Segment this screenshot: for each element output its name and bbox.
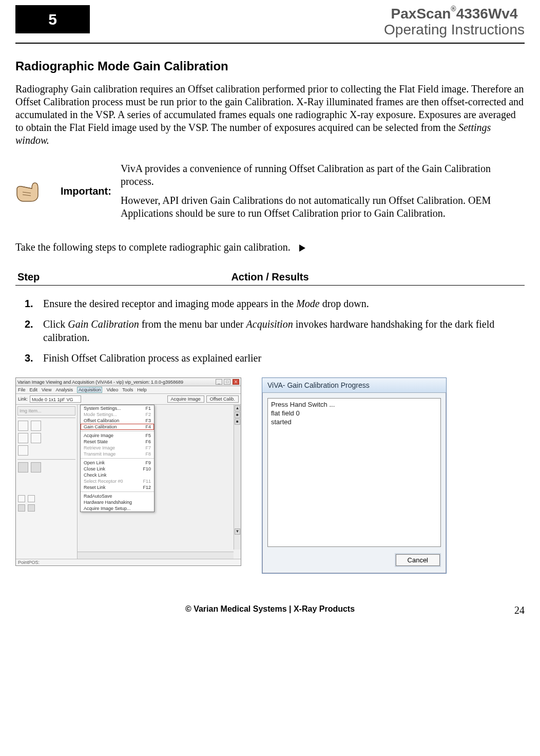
menu-item-help[interactable]: Help (137, 387, 147, 392)
page-footer: © Varian Medical Systems | X-Ray Product… (15, 604, 525, 614)
menu-item[interactable]: Acquire Image Setup... (81, 505, 154, 512)
step-number: 1. (25, 297, 43, 310)
menu-item-video[interactable]: Video (106, 387, 118, 392)
brand-subtitle: Operating Instructions (384, 22, 525, 38)
scroll-down-icon[interactable]: ▼ (235, 528, 240, 535)
acquisition-menu-dropdown[interactable]: System Settings...F1Mode Settings...F2Of… (80, 405, 155, 512)
acquire-image-button[interactable]: Acquire Image (167, 395, 204, 403)
img-item-button[interactable]: Img Item... (17, 406, 75, 415)
menu-item[interactable]: System Settings...F1 (81, 405, 154, 411)
cancel-button[interactable]: Cancel (396, 554, 440, 566)
brand-product: PaxScan (391, 6, 451, 22)
step-item: 2.Click Gain Calibration from the menu b… (25, 317, 525, 344)
viva-titlebar: Varian Image Viewing and Acquisition (Vi… (16, 378, 241, 386)
gain-calibration-dialog: ViVA- Gain Calibration Progress Press Ha… (262, 377, 447, 574)
vertical-scrollbar[interactable]: ▲ ■ ■ ▼ (234, 405, 241, 550)
intro-text: Radiography Gain calibration requires an… (15, 83, 524, 133)
scroll-stop-icon[interactable]: ■ (235, 412, 240, 418)
menu-item-view[interactable]: View (42, 387, 51, 392)
tool-icon[interactable] (18, 445, 28, 456)
step-number: 2. (25, 317, 43, 344)
minimize-icon[interactable]: _ (216, 379, 222, 385)
menu-item[interactable]: Close LinkF10 (81, 466, 154, 472)
chapter-number: 5 (15, 5, 90, 33)
brand-block: PaxScan®4336Wv4 Operating Instructions (384, 6, 525, 38)
screenshots-row: Varian Image Viewing and Acquisition (Vi… (15, 377, 525, 574)
step-table-header: Step Action / Results (15, 271, 525, 286)
viva-app-screenshot: Varian Image Viewing and Acquisition (Vi… (15, 377, 241, 566)
menu-item[interactable]: Reset LinkF12 (81, 484, 154, 490)
menu-item[interactable]: Reset StateF6 (81, 439, 154, 445)
menu-item[interactable]: Open LinkF9 (81, 460, 154, 466)
menu-item: Select Receptor #0F11 (81, 478, 154, 484)
tool-icon[interactable] (31, 433, 41, 443)
menu-item[interactable]: Acquire ImageF5 (81, 432, 154, 439)
maximize-icon[interactable]: □ (224, 379, 230, 385)
slider-field[interactable] (43, 421, 72, 428)
scroll-up-icon[interactable]: ▲ (235, 405, 240, 411)
menu-item: Retrieve ImageF7 (81, 445, 154, 451)
lead-text: Take the following steps to complete rad… (15, 241, 291, 253)
horizontal-scrollbar[interactable] (78, 552, 234, 559)
menu-item[interactable]: Offset CalibrationF3 (81, 418, 154, 424)
menu-item-edit[interactable]: Edit (30, 387, 38, 392)
step-number: 3. (25, 351, 43, 365)
menu-item-tools[interactable]: Tools (122, 387, 133, 392)
scroll-stop-icon[interactable]: ■ (235, 419, 240, 425)
page-number: 24 (514, 604, 525, 616)
tool-icon[interactable] (18, 462, 28, 472)
menu-item[interactable]: RadAutoSave (81, 493, 154, 499)
step-item: 1.Ensure the desired receptor and imagin… (25, 297, 525, 310)
step-item: 3.Finish Offset Calibration process as e… (25, 351, 525, 365)
important-p2: However, API driven Gain Calibrations do… (121, 194, 525, 220)
viva-side-panel: Img Item... (16, 405, 78, 559)
step-text: Finish Offset Calibration process as exp… (43, 351, 525, 365)
tool-icon[interactable] (18, 421, 28, 431)
intro-paragraph: Radiography Gain calibration requires an… (15, 83, 525, 147)
menu-item: Transmit ImageF8 (81, 451, 154, 457)
close-icon[interactable]: X (233, 379, 239, 385)
registered-icon: ® (451, 5, 456, 13)
tool-icon[interactable] (31, 462, 41, 472)
lead-line: Take the following steps to complete rad… (15, 241, 525, 253)
viva-toolbar: Link: Mode 0 1x1 1pF VG Acquire Image Of… (16, 394, 241, 405)
dialog-title: ViVA- Gain Calibration Progress (262, 378, 446, 393)
tool-icon[interactable] (18, 433, 28, 443)
important-label: Important: (61, 162, 111, 197)
action-col-header: Action / Results (17, 271, 523, 283)
hand-point-icon (15, 162, 51, 206)
tool-icon[interactable] (28, 504, 35, 512)
viva-menubar[interactable]: FileEditViewAnalysisAcquisitionVideoTool… (16, 386, 241, 394)
viva-status-bar: PointPOS: (16, 559, 241, 565)
section-title: Radiographic Mode Gain Calibration (15, 59, 525, 73)
mode-dropdown[interactable]: Mode 0 1x1 1pF VG (30, 395, 81, 403)
steps-list: 1.Ensure the desired receptor and imagin… (25, 297, 525, 365)
menu-item-file[interactable]: File (18, 387, 26, 392)
menu-item[interactable]: Hardware Handshaking (81, 499, 154, 505)
brand-model: 4336Wv4 (456, 6, 518, 22)
copyright: © Varian Medical Systems | X-Ray Product… (185, 604, 355, 613)
plus-icon[interactable] (28, 495, 35, 502)
offset-calib-button[interactable]: Offset Calib. (206, 395, 239, 403)
play-triangle-icon (299, 244, 305, 252)
important-callout: Important: VivA provides a convenience o… (15, 162, 525, 226)
minus-icon[interactable] (18, 495, 25, 502)
menu-item[interactable]: Check Link (81, 472, 154, 478)
step-text: Ensure the desired receptor and imaging … (43, 297, 525, 310)
dialog-log: Press Hand Switch ... flat field 0 start… (267, 398, 441, 547)
page-header: 5 PaxScan®4336Wv4 Operating Instructions (15, 10, 525, 44)
menu-item[interactable]: Gain CalibrationF4 (81, 424, 154, 430)
viva-title: Varian Image Viewing and Acquisition (Vi… (17, 380, 183, 385)
step-text: Click Gain Calibration from the menu bar… (43, 317, 525, 344)
tool-icon[interactable] (18, 504, 25, 512)
important-p1: VivA provides a convenience of running O… (121, 162, 525, 188)
menu-item: Mode Settings...F2 (81, 411, 154, 418)
menu-item-acquisition[interactable]: Acquisition (77, 387, 103, 393)
tool-icon[interactable] (31, 421, 41, 431)
link-label: Link: (18, 396, 28, 402)
menu-item-analysis[interactable]: Analysis (55, 387, 73, 392)
